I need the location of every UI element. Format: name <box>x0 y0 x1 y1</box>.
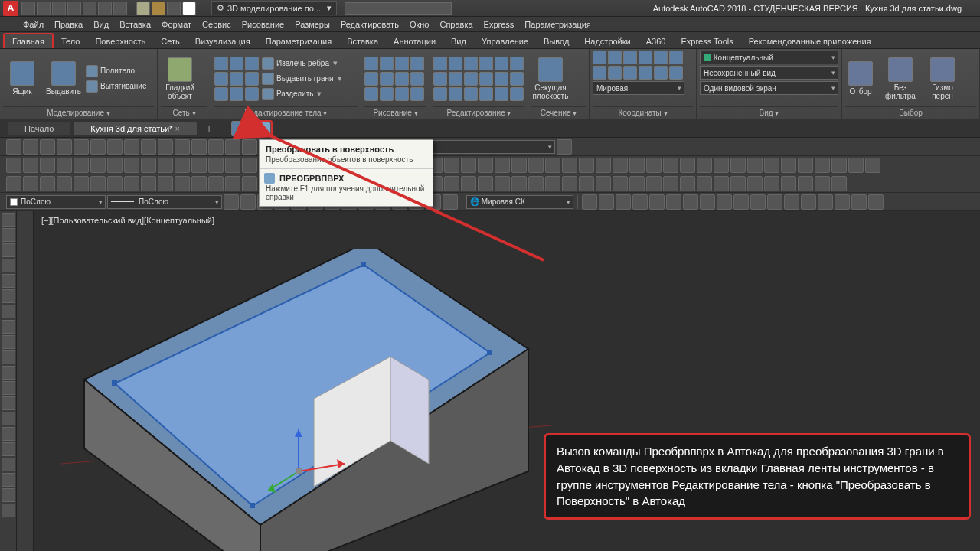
tb1-icon-13[interactable] <box>225 139 240 155</box>
tb3-icon-8[interactable] <box>141 176 156 191</box>
region-icon[interactable] <box>380 87 394 101</box>
tb2-icon-5[interactable] <box>90 158 106 173</box>
tb3-icon-9[interactable] <box>158 176 173 191</box>
extrude-faces-button[interactable]: Выдавить грани▾ <box>262 73 342 85</box>
spline-icon[interactable] <box>410 72 424 86</box>
tab-mesh[interactable]: Сеть <box>153 34 187 48</box>
menu-file[interactable]: Файл <box>23 20 44 29</box>
tab-insert[interactable]: Вставка <box>339 34 386 48</box>
tb3-icon-4[interactable] <box>74 176 89 191</box>
lt1-icon-19[interactable] <box>2 504 15 517</box>
tb3-icon-45[interactable] <box>764 176 779 191</box>
ucs2-icon[interactable] <box>608 51 622 64</box>
3dmove-icon[interactable] <box>449 87 462 101</box>
tb4b-icon-5[interactable] <box>666 194 681 210</box>
mirror-icon[interactable] <box>510 57 524 70</box>
tb4b-icon-1[interactable] <box>599 194 614 210</box>
tb4b-icon-15[interactable] <box>835 194 850 210</box>
scale-icon[interactable] <box>479 72 493 86</box>
tb1-icon-8[interactable] <box>141 139 156 155</box>
tb2-icon-11[interactable] <box>191 158 207 173</box>
tb2-icon-32[interactable] <box>545 158 560 173</box>
tb2-icon-3[interactable] <box>57 158 72 173</box>
tb3-icon-42[interactable] <box>714 176 729 191</box>
tb1-icon-2[interactable] <box>40 139 55 155</box>
tb3-icon-43[interactable] <box>730 176 746 191</box>
thicken-icon[interactable] <box>230 72 243 86</box>
tb3-icon-47[interactable] <box>798 176 813 191</box>
plot-icon[interactable] <box>83 2 96 15</box>
lt1-icon-13[interactable] <box>2 412 15 425</box>
app-logo[interactable]: A <box>3 1 18 16</box>
tb2-icon-47[interactable] <box>798 158 813 173</box>
nofilter-button[interactable]: Без фильтра <box>879 54 922 104</box>
tb3-icon-34[interactable] <box>579 176 594 191</box>
tb2-icon-28[interactable] <box>478 158 493 173</box>
copy-icon[interactable] <box>495 57 508 70</box>
tb3-icon-49[interactable] <box>831 176 847 191</box>
tb2-icon-0[interactable] <box>6 158 21 173</box>
add-tab-button[interactable]: + <box>200 122 218 135</box>
tb2-icon-33[interactable] <box>562 158 577 173</box>
tb1-icon-4[interactable] <box>74 139 89 155</box>
tb2-icon-7[interactable] <box>124 158 139 173</box>
tb4b-icon-12[interactable] <box>784 194 799 210</box>
smooth-button[interactable]: Гладкий объект <box>161 54 199 104</box>
tab-solid[interactable]: Тело <box>54 34 88 48</box>
open-icon[interactable] <box>37 2 51 15</box>
tb3-icon-39[interactable] <box>663 176 678 191</box>
menu-help[interactable]: Справка <box>439 20 472 29</box>
ucs5-icon[interactable] <box>654 51 668 64</box>
tb2-icon-40[interactable] <box>680 158 695 173</box>
stretch-icon[interactable] <box>464 72 478 86</box>
color-bylayer-dropdown[interactable]: ПоСлою <box>6 195 106 209</box>
close-tab-icon[interactable]: × <box>175 124 180 133</box>
point-icon[interactable] <box>395 87 409 101</box>
tb2-icon-34[interactable] <box>579 158 594 173</box>
tb2-icon-12[interactable] <box>208 158 224 173</box>
menu-parametric[interactable]: Параметризация <box>524 20 590 29</box>
tab-express[interactable]: Express Tools <box>673 34 740 48</box>
tb2-icon-1[interactable] <box>23 158 38 173</box>
tb3-icon-10[interactable] <box>175 176 190 191</box>
tb2-icon-2[interactable] <box>40 158 55 173</box>
ucs12-icon[interactable] <box>669 66 683 80</box>
tb3-icon-7[interactable] <box>124 176 139 191</box>
lt1-icon-17[interactable] <box>2 473 15 487</box>
tb3-icon-1[interactable] <box>23 176 38 191</box>
tb3-icon-13[interactable] <box>225 176 240 191</box>
tb1-icon-5[interactable] <box>90 139 106 155</box>
presspull-button[interactable]: Вытягивание <box>86 80 147 93</box>
lt1-icon-18[interactable] <box>2 488 15 502</box>
tb1-icon-6[interactable] <box>107 139 122 155</box>
3drotate-icon[interactable] <box>464 87 478 101</box>
menu-tools[interactable]: Сервис <box>202 20 231 29</box>
menu-insert[interactable]: Вставка <box>119 20 151 29</box>
workspace-dropdown[interactable]: ⚙ 3D моделирование по... ▾ <box>211 1 337 15</box>
tb1-icon-1[interactable] <box>23 139 38 155</box>
tb2-icon-31[interactable] <box>528 158 544 173</box>
ucs9-icon[interactable] <box>623 66 637 80</box>
align-icon[interactable] <box>433 87 447 101</box>
rect-icon[interactable] <box>364 72 378 86</box>
tb3-icon-44[interactable] <box>747 176 763 191</box>
tab-visualize[interactable]: Визуализация <box>188 34 258 48</box>
layer-color-icon[interactable] <box>182 2 196 15</box>
3dmirror-icon[interactable] <box>510 87 524 101</box>
tab-a360[interactable]: A360 <box>639 34 674 48</box>
tb2-icon-46[interactable] <box>781 158 796 173</box>
lt1-icon-10[interactable] <box>2 366 15 380</box>
tab-parametric[interactable]: Параметризация <box>258 34 339 48</box>
lt1-icon-12[interactable] <box>2 396 15 410</box>
tb2-icon-27[interactable] <box>461 158 476 173</box>
tb4b-icon-16[interactable] <box>851 194 867 210</box>
tb1-icon-10[interactable] <box>175 139 190 155</box>
slice-icon[interactable] <box>214 72 228 86</box>
tb1-icon-7[interactable] <box>124 139 139 155</box>
tb3-icon-31[interactable] <box>528 176 544 191</box>
3dscale-icon[interactable] <box>479 87 493 101</box>
tb3-icon-12[interactable] <box>208 176 224 191</box>
tb4b-icon-14[interactable] <box>818 194 833 210</box>
lt1-icon-4[interactable] <box>2 274 15 288</box>
tb2-icon-14[interactable] <box>242 158 257 173</box>
